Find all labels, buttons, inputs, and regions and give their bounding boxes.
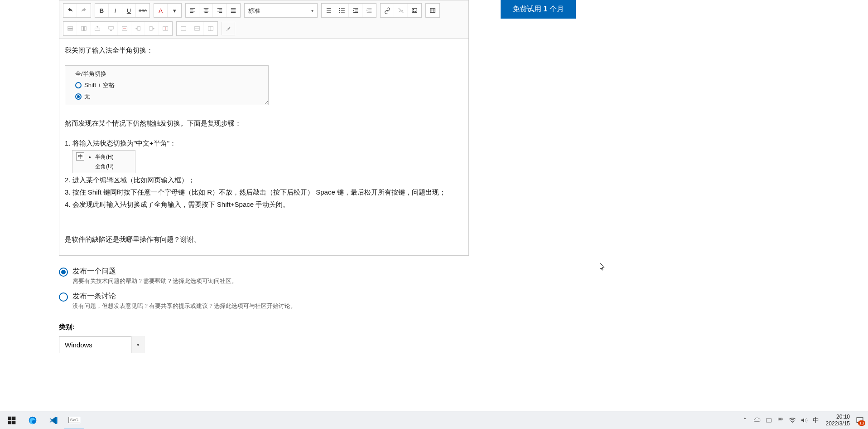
table-button[interactable] (426, 4, 439, 17)
svg-rect-22 (12, 420, 16, 424)
category-label: 类别: (59, 323, 469, 332)
embedded-image-ime-settings: 全/半角切换 Shift + 空格 无 (65, 65, 269, 105)
svg-rect-21 (8, 420, 12, 424)
delete-col-button[interactable] (159, 22, 172, 35)
taskbar-clock[interactable]: 20:10 2022/3/15 (823, 414, 853, 427)
editor-toolbar: B I U abc A ▾ 标准 (59, 0, 469, 39)
svg-rect-24 (766, 419, 771, 422)
text-line: 是软件的缺陷还是我哪里操作有问题？谢谢。 (65, 234, 463, 245)
security-icon[interactable] (764, 416, 773, 425)
svg-point-4 (413, 9, 414, 10)
text-line: 我关闭了输入法全半角切换： (65, 45, 463, 56)
format-select[interactable]: 标准 (245, 4, 317, 17)
format-select-wrap[interactable]: 标准 (244, 3, 318, 18)
mouse-cursor-icon (600, 263, 605, 271)
text-line: 4. 会发现此时输入法切换成了全角输入，需要按下 Shift+Space 手动关… (65, 199, 463, 210)
merge-cells-button[interactable] (177, 22, 190, 35)
redo-button[interactable] (77, 4, 91, 17)
post-discussion-title: 发布一条讨论 (72, 292, 296, 301)
img-title: 全/半角切换 (75, 69, 263, 79)
notification-center-icon[interactable]: 13 (855, 416, 864, 425)
text-color-button[interactable]: A (154, 4, 168, 17)
radio-unchecked-icon (75, 82, 82, 88)
underline-button[interactable]: U (122, 4, 136, 17)
svg-point-2 (339, 12, 340, 13)
pin-button[interactable] (222, 22, 235, 35)
svg-rect-13 (137, 26, 140, 30)
ime-indicator[interactable]: 中 (811, 416, 820, 425)
battery-icon[interactable] (776, 416, 785, 425)
post-discussion-radio[interactable] (59, 292, 68, 302)
screentogif-icon[interactable]: S>G (64, 411, 84, 429)
svg-rect-20 (12, 416, 16, 420)
undo-button[interactable] (63, 4, 77, 17)
ime-indicator-icon: 中 (76, 152, 84, 161)
windows-taskbar: S>G ˄ 中 20:10 2022/3/15 13 (0, 411, 868, 429)
insert-row-before-button[interactable] (91, 22, 104, 35)
align-left-button[interactable] (186, 4, 199, 17)
insert-col-after-button[interactable] (145, 22, 159, 35)
embedded-image-ime-menu: 中 半角(H) 全角(U) (72, 150, 135, 173)
strikethrough-button[interactable]: abc (136, 4, 149, 17)
bullet-list-button[interactable] (335, 4, 349, 17)
svg-rect-14 (149, 26, 152, 30)
text-color-dropdown[interactable]: ▾ (168, 4, 181, 17)
category-select[interactable]: Windows (59, 336, 145, 353)
post-question-title: 发布一个问题 (72, 267, 237, 276)
start-button[interactable] (2, 411, 22, 429)
bold-button[interactable]: B (95, 4, 109, 17)
free-trial-button[interactable]: 免费试用 1 个月 (501, 0, 576, 19)
split-cell-v-button[interactable] (204, 22, 217, 35)
vscode-icon[interactable] (43, 411, 63, 429)
post-discussion-desc: 没有问题，但想发表意见吗？有要共享的提示或建议？选择此选项可与社区开始讨论。 (72, 302, 296, 310)
svg-rect-10 (95, 28, 100, 31)
align-justify-button[interactable] (227, 4, 240, 17)
svg-rect-11 (108, 26, 113, 29)
table-row-button[interactable] (63, 22, 77, 35)
link-button[interactable] (381, 4, 394, 17)
unlink-button[interactable] (394, 4, 408, 17)
radio-checked-icon (75, 93, 82, 100)
numbered-list-button[interactable] (322, 4, 335, 17)
split-cell-h-button[interactable] (190, 22, 204, 35)
text-line: 2. 进入某个编辑区域（比如网页输入框）； (65, 175, 463, 185)
svg-point-28 (792, 422, 793, 423)
wifi-icon[interactable] (788, 416, 797, 425)
text-line: 3. 按住 Shift 键同时按下任意一个字母键（比如 R）不放，然后敲击（按下… (65, 187, 463, 198)
post-question-radio[interactable] (59, 268, 68, 277)
italic-button[interactable]: I (109, 4, 122, 17)
svg-rect-27 (782, 419, 783, 419)
svg-rect-9 (83, 26, 85, 30)
align-right-button[interactable] (213, 4, 227, 17)
text-cursor (65, 216, 463, 225)
outdent-button[interactable] (349, 4, 362, 17)
post-question-desc: 需要有关技术问题的帮助？需要帮助？选择此选项可询问社区。 (72, 277, 237, 285)
post-type-section: 发布一个问题 需要有关技术问题的帮助？需要帮助？选择此选项可询问社区。 发布一条… (59, 267, 469, 310)
delete-row-button[interactable] (118, 22, 131, 35)
image-button[interactable] (408, 4, 421, 17)
svg-rect-19 (8, 416, 12, 420)
svg-rect-26 (778, 418, 781, 419)
align-center-button[interactable] (199, 4, 213, 17)
svg-rect-5 (430, 8, 435, 12)
svg-rect-7 (68, 28, 72, 29)
insert-row-after-button[interactable] (104, 22, 118, 35)
text-line: 1. 将输入法状态切换为"中文+半角"： (65, 138, 463, 149)
category-select-wrap[interactable]: Windows (59, 336, 145, 353)
table-col-button[interactable] (77, 22, 91, 35)
svg-rect-16 (181, 26, 186, 30)
volume-icon[interactable] (800, 416, 809, 425)
indent-button[interactable] (362, 4, 376, 17)
insert-col-before-button[interactable] (131, 22, 145, 35)
svg-point-1 (339, 10, 340, 11)
tray-overflow-icon[interactable]: ˄ (741, 416, 750, 425)
edge-browser-icon[interactable] (23, 411, 43, 429)
editor-content[interactable]: 我关闭了输入法全半角切换： 全/半角切换 Shift + 空格 无 然而发现在某… (59, 39, 469, 256)
text-line: 然而发现在某个情况下仍然能触发切换。下面是复现步骤： (65, 118, 463, 129)
svg-point-0 (339, 8, 340, 9)
onedrive-icon[interactable] (752, 416, 762, 425)
